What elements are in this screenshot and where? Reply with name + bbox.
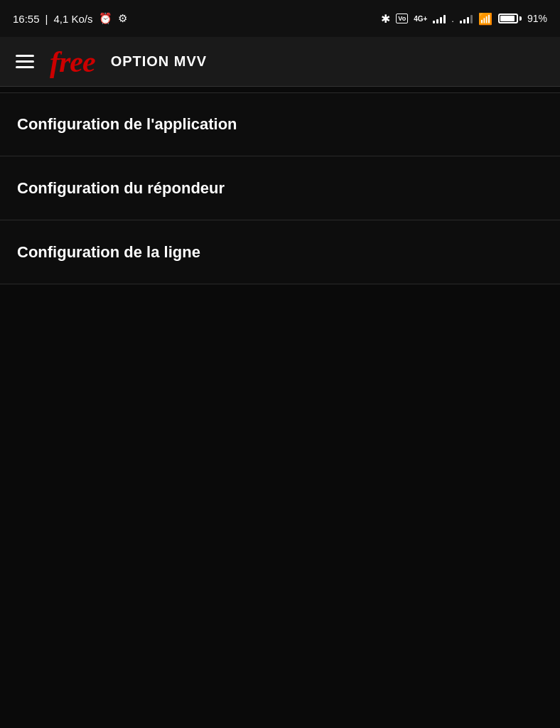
- signal-bar-2: [436, 19, 438, 23]
- separator: .: [451, 14, 454, 24]
- status-left-group: 16:55 | 4,1 Ko/s ⏰ ⚙: [13, 12, 127, 25]
- battery-icon-group: [498, 14, 522, 23]
- network-speed: 4,1 Ko/s: [53, 13, 92, 25]
- signal-bars-1: [433, 14, 446, 23]
- alarm-icon: ⏰: [99, 12, 112, 25]
- menu-item-config-ligne[interactable]: Configuration de la ligne: [0, 220, 560, 284]
- battery-fill: [500, 16, 515, 21]
- hamburger-line-3: [16, 66, 34, 68]
- battery-body: [498, 14, 518, 23]
- menu-item-config-repondeur-label: Configuration du répondeur: [17, 179, 225, 198]
- signal-bar-5: [460, 21, 462, 23]
- app-title: OPTION MVV: [111, 53, 208, 70]
- signal-bar-8: [470, 15, 473, 23]
- app-bar: free OPTION MVV: [0, 37, 560, 87]
- four-g-badge: 4G+: [414, 15, 427, 23]
- signal-bar-6: [463, 19, 465, 23]
- wifi-icon: 📶: [478, 12, 492, 26]
- signal-bars-2: [460, 14, 473, 23]
- signal-bar-1: [433, 21, 435, 23]
- volte-badge: Vo: [396, 14, 408, 24]
- hamburger-line-2: [16, 60, 34, 63]
- gear-icon: ⚙: [118, 12, 127, 25]
- status-right-group: ✱ Vo 4G+ . 📶 91%: [381, 12, 547, 26]
- signal-bar-7: [467, 17, 469, 23]
- battery-percent: 91%: [527, 13, 547, 24]
- free-logo: free: [50, 47, 95, 77]
- hamburger-menu-button[interactable]: [16, 55, 34, 68]
- battery-tip: [519, 16, 522, 21]
- hamburger-line-1: [16, 55, 34, 57]
- signal-bar-4: [443, 15, 446, 23]
- bluetooth-icon: ✱: [381, 12, 390, 26]
- time-display: 16:55: [13, 13, 40, 25]
- menu-list: Configuration de l'application Configura…: [0, 92, 560, 284]
- menu-item-config-app-label: Configuration de l'application: [17, 115, 237, 134]
- status-bar: 16:55 | 4,1 Ko/s ⏰ ⚙ ✱ Vo 4G+ . 📶 91%: [0, 0, 560, 37]
- signal-bar-3: [440, 17, 442, 23]
- menu-item-config-app[interactable]: Configuration de l'application: [0, 92, 560, 156]
- menu-item-config-repondeur[interactable]: Configuration du répondeur: [0, 156, 560, 220]
- speed-display: |: [45, 13, 48, 25]
- menu-item-config-ligne-label: Configuration de la ligne: [17, 243, 200, 262]
